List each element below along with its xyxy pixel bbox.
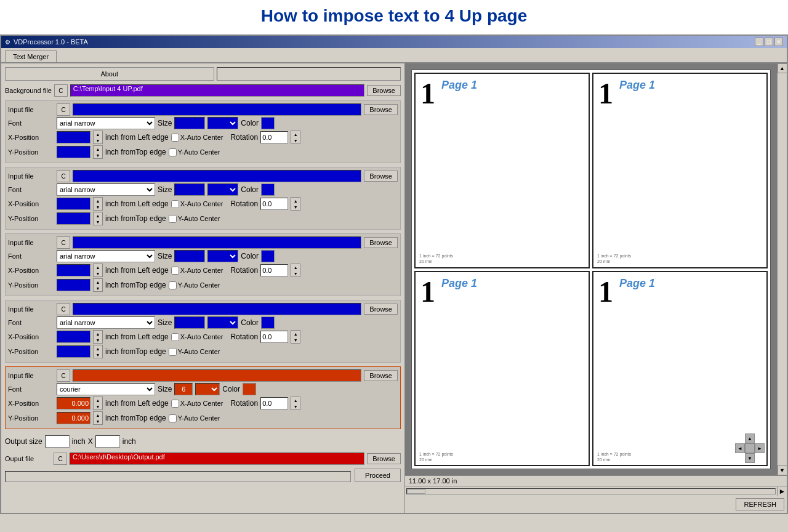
ypos-spinner-1[interactable]: ▲ ▼ [93,145,103,159]
h-scroll-thumb[interactable] [407,489,425,494]
font-select-1[interactable]: arial narrow courier [57,117,155,129]
output-size-row: Output size 11 inch X 17 inch [5,435,401,448]
xpos-spinner-2[interactable]: ▲▼ [93,197,103,211]
font-select-2[interactable]: arial narrow [57,183,155,196]
xpos-spinner-1[interactable]: ▲ ▼ [93,131,103,144]
input-file-input-1[interactable] [73,103,361,116]
xpos-row-3: X-Position ▲▼ inch from Left edge X-Auto… [8,264,398,277]
font-select-5[interactable]: courierarial narrow [57,383,155,395]
color-box-3[interactable] [261,250,275,262]
color-box-4[interactable] [261,316,275,329]
rotation-input-3[interactable] [260,264,288,276]
ypos-input-3[interactable] [57,279,90,291]
y-auto-checkbox-4[interactable] [169,348,177,356]
horizontal-scrollbar[interactable]: ► [405,486,787,496]
tab-text-merger[interactable]: Text Merger [5,50,57,62]
size-select-1[interactable] [207,117,238,129]
x-auto-checkbox-1[interactable] [171,134,179,142]
close-button[interactable]: ✕ [774,38,783,46]
nav-left-button[interactable]: ◄ [735,443,745,453]
rot-up-1[interactable]: ▲ [291,131,300,137]
output-c-button[interactable]: C [54,453,67,465]
vertical-scrollbar[interactable]: ▲ ▼ [777,63,787,475]
output-width-input[interactable]: 11 [45,435,70,448]
xpos-down-1[interactable]: ▼ [94,137,102,143]
input-c-button-2[interactable]: C [57,170,70,182]
font-select-3[interactable]: arial narrow [57,250,155,262]
input-browse-button-5[interactable]: Browse [364,370,398,381]
x-auto-checkbox-4[interactable] [171,333,179,341]
y-auto-checkbox-5[interactable] [169,414,177,422]
input-browse-button-4[interactable]: Browse [364,304,398,315]
ypos-input-2[interactable] [57,212,90,225]
rotation-spinner-1[interactable]: ▲ ▼ [291,131,300,144]
rotation-input-4[interactable] [260,331,288,343]
nav-center-button[interactable] [745,443,755,453]
input-browse-button-2[interactable]: Browse [364,171,398,182]
xpos-input-4[interactable] [57,331,90,343]
y-auto-checkbox-1[interactable] [169,148,177,156]
nav-right-button[interactable]: ► [755,443,765,453]
scroll-down-button[interactable]: ▼ [778,465,787,475]
xpos-input-3[interactable] [57,264,90,276]
y-auto-checkbox-3[interactable] [169,281,177,289]
ypos-row-1: Y-Position ▲ ▼ inch fromTop edge Y-Auto … [8,145,398,159]
background-browse-button[interactable]: Browse [367,85,401,96]
color-box-2[interactable] [261,183,275,196]
scroll-up-button[interactable]: ▲ [778,63,787,73]
ypos-input-1[interactable] [57,146,90,158]
size-input-2[interactable] [174,183,205,196]
background-c-button[interactable]: C [54,84,68,97]
background-file-input[interactable]: C:\Temp\Input 4 UP.pdf [70,84,364,97]
ypos-input-4[interactable] [57,345,90,358]
h-scroll-right-btn[interactable]: ► [777,487,787,496]
output-browse-button[interactable]: Browse [367,453,401,464]
output-height-input[interactable]: 17 [95,435,120,448]
input-file-input-2[interactable] [73,170,361,182]
nav-down-button[interactable]: ▼ [745,453,755,463]
ypos-up-1[interactable]: ▲ [94,146,102,152]
input-c-button-5[interactable]: C [57,369,70,382]
rotation-input-2[interactable] [260,198,288,210]
input-file-input-5[interactable] [73,369,361,382]
proceed-button[interactable]: Proceed [355,469,401,482]
x-auto-checkbox-3[interactable] [171,267,179,275]
size-select-3[interactable] [207,250,238,262]
input-file-input-4[interactable] [73,303,361,315]
size-select-4[interactable] [207,316,238,329]
input-browse-button-3[interactable]: Browse [364,237,398,248]
x-auto-checkbox-5[interactable] [171,400,179,408]
y-auto-checkbox-2[interactable] [169,215,177,223]
x-auto-checkbox-2[interactable] [171,200,179,208]
output-file-input[interactable]: C:\Users\d\Desktop\Output.pdf [70,453,364,465]
rotation-input-1[interactable] [260,131,288,143]
size-input-5[interactable] [174,383,193,395]
size-input-4[interactable] [174,316,205,329]
xpos-input-5[interactable] [57,397,90,409]
input-c-button-1[interactable]: C [57,103,70,116]
rotation-input-5[interactable] [260,397,288,409]
ypos-input-5[interactable] [57,412,90,424]
color-box-5[interactable] [243,383,256,395]
about-button[interactable]: About [5,67,214,81]
size-select-5[interactable] [195,383,220,395]
xpos-input-1[interactable] [57,131,90,143]
input-browse-button-1[interactable]: Browse [364,104,398,115]
input-file-input-3[interactable] [73,236,361,249]
nav-up-button[interactable]: ▲ [745,433,755,443]
font-select-4[interactable]: arial narrow [57,316,155,329]
minimize-button[interactable]: _ [755,38,763,46]
h-scroll-track[interactable] [406,488,776,494]
color-box-1[interactable] [261,117,275,129]
maximize-button[interactable]: □ [765,38,773,46]
ypos-down-1[interactable]: ▼ [94,152,102,158]
xpos-up-1[interactable]: ▲ [94,131,102,137]
xpos-input-2[interactable] [57,198,90,210]
size-input-3[interactable] [174,250,205,262]
size-input-1[interactable] [174,117,205,129]
input-c-button-3[interactable]: C [57,236,70,249]
size-select-2[interactable] [207,183,238,196]
input-c-button-4[interactable]: C [57,303,70,315]
refresh-button[interactable]: REFRESH [736,498,784,510]
rot-down-1[interactable]: ▼ [291,137,300,143]
